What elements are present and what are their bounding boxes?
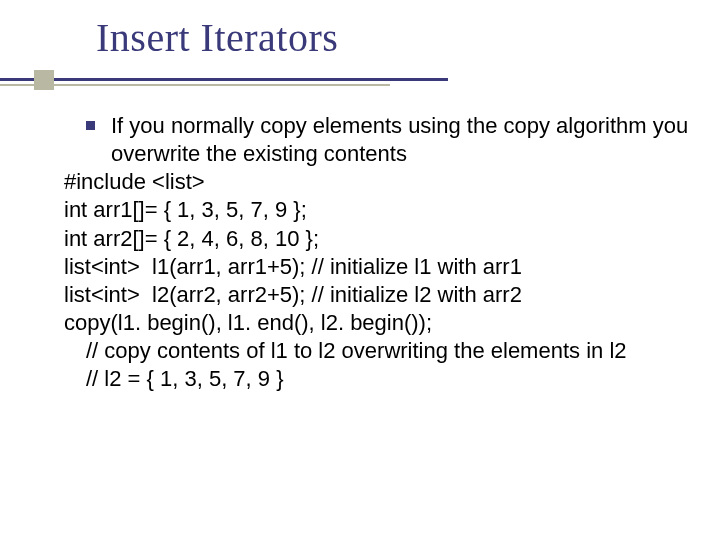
code-line: // copy contents of l1 to l2 overwriting… [64,337,692,365]
code-line: int arr1[]= { 1, 3, 5, 7, 9 }; [64,196,692,224]
code-line: copy(l1. begin(), l1. end(), l2. begin()… [64,309,692,337]
code-line: // l2 = { 1, 3, 5, 7, 9 } [64,365,692,393]
code-line: int arr2[]= { 2, 4, 6, 8, 10 }; [64,225,692,253]
code-line: list<int> l1(arr1, arr1+5); // initializ… [64,253,692,281]
title-rule-dark [0,78,448,81]
bullet-item: If you normally copy elements using the … [64,112,692,168]
slide: Insert Iterators If you normally copy el… [0,0,720,540]
bullet-text: If you normally copy elements using the … [111,112,692,168]
code-line: #include <list> [64,168,692,196]
code-line: list<int> l2(arr2, arr2+5); // initializ… [64,281,692,309]
title-accent-square [34,70,54,90]
square-bullet-icon [86,121,95,130]
title-rule-light [0,84,390,86]
slide-body: If you normally copy elements using the … [64,112,692,394]
title-area: Insert Iterators [0,14,720,67]
slide-title: Insert Iterators [96,14,720,61]
